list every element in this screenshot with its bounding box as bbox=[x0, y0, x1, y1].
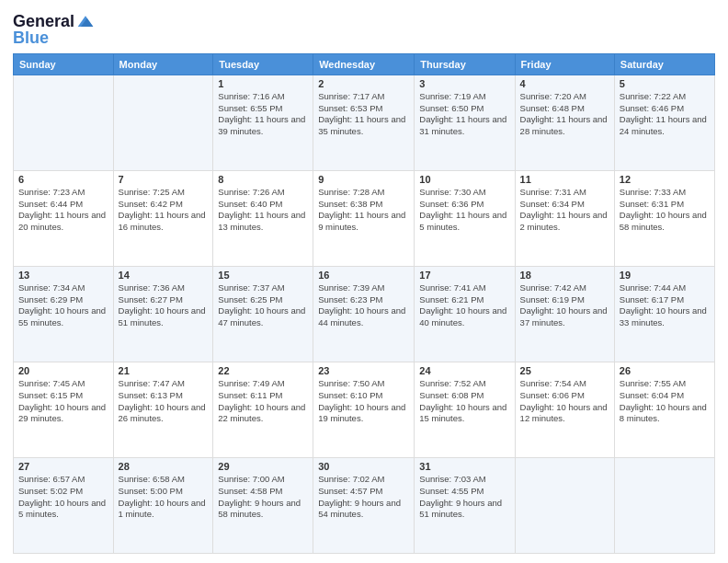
day-info: Sunrise: 7:03 AM Sunset: 4:55 PM Dayligh… bbox=[419, 474, 509, 521]
week-row-5: 27Sunrise: 6:57 AM Sunset: 5:02 PM Dayli… bbox=[14, 457, 715, 553]
calendar-cell: 3Sunrise: 7:19 AM Sunset: 6:50 PM Daylig… bbox=[415, 75, 515, 170]
calendar-cell: 26Sunrise: 7:55 AM Sunset: 6:04 PM Dayli… bbox=[614, 362, 714, 457]
day-info: Sunrise: 7:47 AM Sunset: 6:13 PM Dayligh… bbox=[119, 378, 209, 425]
day-info: Sunrise: 6:57 AM Sunset: 5:02 PM Dayligh… bbox=[18, 474, 108, 521]
col-header-thursday: Thursday bbox=[415, 53, 515, 75]
calendar-cell: 16Sunrise: 7:39 AM Sunset: 6:23 PM Dayli… bbox=[313, 266, 415, 362]
header: General Blue bbox=[13, 9, 715, 48]
day-number: 13 bbox=[18, 270, 108, 281]
day-info: Sunrise: 7:17 AM Sunset: 6:53 PM Dayligh… bbox=[318, 91, 409, 138]
logo: General Blue bbox=[13, 9, 95, 48]
calendar-cell: 5Sunrise: 7:22 AM Sunset: 6:46 PM Daylig… bbox=[614, 75, 714, 170]
day-info: Sunrise: 7:42 AM Sunset: 6:19 PM Dayligh… bbox=[520, 282, 609, 329]
logo-icon bbox=[76, 13, 95, 31]
day-info: Sunrise: 7:20 AM Sunset: 6:48 PM Dayligh… bbox=[520, 91, 609, 138]
day-number: 3 bbox=[419, 78, 509, 89]
calendar-cell: 2Sunrise: 7:17 AM Sunset: 6:53 PM Daylig… bbox=[313, 75, 415, 170]
day-number: 30 bbox=[318, 461, 409, 472]
day-info: Sunrise: 7:00 AM Sunset: 4:58 PM Dayligh… bbox=[218, 474, 308, 521]
calendar-cell: 12Sunrise: 7:33 AM Sunset: 6:31 PM Dayli… bbox=[614, 170, 714, 266]
day-number: 11 bbox=[520, 174, 609, 185]
day-info: Sunrise: 7:49 AM Sunset: 6:11 PM Dayligh… bbox=[218, 378, 308, 425]
day-info: Sunrise: 7:45 AM Sunset: 6:15 PM Dayligh… bbox=[18, 378, 108, 425]
day-number: 15 bbox=[218, 270, 308, 281]
day-number: 22 bbox=[218, 365, 308, 376]
day-info: Sunrise: 7:54 AM Sunset: 6:06 PM Dayligh… bbox=[520, 378, 609, 425]
calendar-cell: 14Sunrise: 7:36 AM Sunset: 6:27 PM Dayli… bbox=[113, 266, 213, 362]
day-info: Sunrise: 7:26 AM Sunset: 6:40 PM Dayligh… bbox=[218, 187, 308, 234]
day-info: Sunrise: 7:44 AM Sunset: 6:17 PM Dayligh… bbox=[620, 282, 710, 329]
calendar-cell: 9Sunrise: 7:28 AM Sunset: 6:38 PM Daylig… bbox=[313, 170, 415, 266]
day-info: Sunrise: 7:34 AM Sunset: 6:29 PM Dayligh… bbox=[18, 282, 108, 329]
day-info: Sunrise: 7:02 AM Sunset: 4:57 PM Dayligh… bbox=[318, 474, 409, 521]
calendar-cell: 23Sunrise: 7:50 AM Sunset: 6:10 PM Dayli… bbox=[313, 362, 415, 457]
day-number: 19 bbox=[620, 270, 710, 281]
day-number: 28 bbox=[119, 461, 209, 472]
day-number: 12 bbox=[620, 174, 710, 185]
day-number: 23 bbox=[318, 365, 409, 376]
calendar-cell: 4Sunrise: 7:20 AM Sunset: 6:48 PM Daylig… bbox=[515, 75, 614, 170]
calendar-cell: 19Sunrise: 7:44 AM Sunset: 6:17 PM Dayli… bbox=[614, 266, 714, 362]
day-number: 20 bbox=[18, 365, 108, 376]
day-number: 5 bbox=[620, 78, 710, 89]
day-number: 4 bbox=[520, 78, 609, 89]
calendar-cell: 20Sunrise: 7:45 AM Sunset: 6:15 PM Dayli… bbox=[14, 362, 114, 457]
calendar-cell: 30Sunrise: 7:02 AM Sunset: 4:57 PM Dayli… bbox=[313, 457, 415, 553]
day-number: 24 bbox=[419, 365, 509, 376]
calendar-cell: 11Sunrise: 7:31 AM Sunset: 6:34 PM Dayli… bbox=[515, 170, 614, 266]
calendar-cell: 28Sunrise: 6:58 AM Sunset: 5:00 PM Dayli… bbox=[113, 457, 213, 553]
week-row-2: 6Sunrise: 7:23 AM Sunset: 6:44 PM Daylig… bbox=[14, 170, 715, 266]
calendar-cell: 8Sunrise: 7:26 AM Sunset: 6:40 PM Daylig… bbox=[213, 170, 313, 266]
calendar-cell: 13Sunrise: 7:34 AM Sunset: 6:29 PM Dayli… bbox=[14, 266, 114, 362]
day-number: 16 bbox=[318, 270, 409, 281]
col-header-monday: Monday bbox=[113, 53, 213, 75]
calendar-header-row: SundayMondayTuesdayWednesdayThursdayFrid… bbox=[14, 53, 715, 75]
day-number: 29 bbox=[218, 461, 308, 472]
calendar-cell: 31Sunrise: 7:03 AM Sunset: 4:55 PM Dayli… bbox=[415, 457, 515, 553]
calendar-cell bbox=[515, 457, 614, 553]
day-info: Sunrise: 7:25 AM Sunset: 6:42 PM Dayligh… bbox=[119, 187, 209, 234]
day-info: Sunrise: 7:41 AM Sunset: 6:21 PM Dayligh… bbox=[419, 282, 509, 329]
day-info: Sunrise: 7:22 AM Sunset: 6:46 PM Dayligh… bbox=[620, 91, 710, 138]
col-header-wednesday: Wednesday bbox=[313, 53, 415, 75]
col-header-friday: Friday bbox=[515, 53, 614, 75]
week-row-4: 20Sunrise: 7:45 AM Sunset: 6:15 PM Dayli… bbox=[14, 362, 715, 457]
col-header-tuesday: Tuesday bbox=[213, 53, 313, 75]
col-header-sunday: Sunday bbox=[14, 53, 114, 75]
calendar-cell: 1Sunrise: 7:16 AM Sunset: 6:55 PM Daylig… bbox=[213, 75, 313, 170]
day-number: 9 bbox=[318, 174, 409, 185]
day-info: Sunrise: 7:30 AM Sunset: 6:36 PM Dayligh… bbox=[419, 187, 509, 234]
day-number: 2 bbox=[318, 78, 409, 89]
day-number: 31 bbox=[419, 461, 509, 472]
calendar-cell: 7Sunrise: 7:25 AM Sunset: 6:42 PM Daylig… bbox=[113, 170, 213, 266]
day-info: Sunrise: 7:37 AM Sunset: 6:25 PM Dayligh… bbox=[218, 282, 308, 329]
day-number: 14 bbox=[119, 270, 209, 281]
calendar-cell: 10Sunrise: 7:30 AM Sunset: 6:36 PM Dayli… bbox=[415, 170, 515, 266]
logo-subtext: Blue bbox=[13, 29, 49, 48]
day-info: Sunrise: 6:58 AM Sunset: 5:00 PM Dayligh… bbox=[119, 474, 209, 521]
calendar-cell: 21Sunrise: 7:47 AM Sunset: 6:13 PM Dayli… bbox=[113, 362, 213, 457]
col-header-saturday: Saturday bbox=[614, 53, 714, 75]
calendar-cell: 18Sunrise: 7:42 AM Sunset: 6:19 PM Dayli… bbox=[515, 266, 614, 362]
calendar-cell: 24Sunrise: 7:52 AM Sunset: 6:08 PM Dayli… bbox=[415, 362, 515, 457]
calendar-cell: 29Sunrise: 7:00 AM Sunset: 4:58 PM Dayli… bbox=[213, 457, 313, 553]
week-row-3: 13Sunrise: 7:34 AM Sunset: 6:29 PM Dayli… bbox=[14, 266, 715, 362]
calendar-cell bbox=[614, 457, 714, 553]
day-info: Sunrise: 7:36 AM Sunset: 6:27 PM Dayligh… bbox=[119, 282, 209, 329]
day-info: Sunrise: 7:31 AM Sunset: 6:34 PM Dayligh… bbox=[520, 187, 609, 234]
week-row-1: 1Sunrise: 7:16 AM Sunset: 6:55 PM Daylig… bbox=[14, 75, 715, 170]
day-number: 7 bbox=[119, 174, 209, 185]
calendar-cell: 15Sunrise: 7:37 AM Sunset: 6:25 PM Dayli… bbox=[213, 266, 313, 362]
day-number: 27 bbox=[18, 461, 108, 472]
calendar-cell: 6Sunrise: 7:23 AM Sunset: 6:44 PM Daylig… bbox=[14, 170, 114, 266]
day-number: 1 bbox=[218, 78, 308, 89]
day-number: 26 bbox=[620, 365, 710, 376]
calendar-cell bbox=[113, 75, 213, 170]
calendar-cell: 22Sunrise: 7:49 AM Sunset: 6:11 PM Dayli… bbox=[213, 362, 313, 457]
day-number: 10 bbox=[419, 174, 509, 185]
calendar-cell: 25Sunrise: 7:54 AM Sunset: 6:06 PM Dayli… bbox=[515, 362, 614, 457]
calendar-page: General Blue SundayMondayTuesdayWednesda… bbox=[0, 0, 728, 563]
day-info: Sunrise: 7:52 AM Sunset: 6:08 PM Dayligh… bbox=[419, 378, 509, 425]
day-info: Sunrise: 7:50 AM Sunset: 6:10 PM Dayligh… bbox=[318, 378, 409, 425]
day-number: 8 bbox=[218, 174, 308, 185]
